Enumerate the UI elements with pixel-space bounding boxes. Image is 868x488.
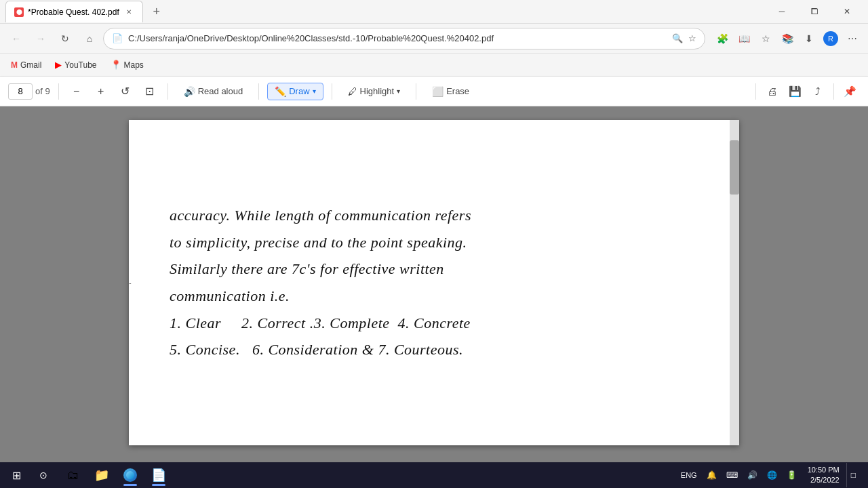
read-button[interactable]: 📖 [734,28,754,49]
taskbar-app-browser[interactable] [117,463,144,487]
taskbar-app-std10[interactable]: 🗂 [60,463,87,487]
profile-button[interactable]: R [821,28,841,49]
pdf-toolbar-right: 🖨 💾 ⤴ 📌 [753,81,860,102]
nav-bar: ← → ↻ ⌂ 📄 C:/Users/ranja/OneDrive/Deskto… [0,24,868,54]
maximize-button[interactable]: ⧠ [799,0,830,24]
bookmarks-bar: M Gmail ▶ YouTube 📍 Maps [0,54,868,77]
rotate-button[interactable]: ↺ [116,82,135,101]
extensions-button[interactable]: 🧩 [712,28,732,49]
favorites-button[interactable]: ☆ [755,28,776,49]
taskbar-time-display: 10:50 PM [808,465,840,475]
erase-label: Erase [446,86,469,96]
highlight-label: Highlight [360,86,395,96]
refresh-button[interactable]: ↻ [54,28,76,49]
taskbar-network-btn[interactable]: 🌐 [763,463,781,487]
forward-button[interactable]: → [30,28,52,49]
maps-label: Maps [124,60,144,70]
read-aloud-button[interactable]: 🔊 Read aloud [176,83,251,100]
show-desktop-button[interactable]: □ [846,463,860,487]
home-button[interactable]: ⌂ [79,28,100,49]
highlight-dropdown-icon[interactable]: ▾ [397,87,400,95]
taskbar-notification-btn[interactable]: 🔔 [703,463,721,487]
browser-tab[interactable]: ⬤ *Probable Quest. 402.pdf ✕ [5,1,143,22]
more-button[interactable]: ⋯ [842,28,863,49]
favorites-icon[interactable]: ☆ [688,33,696,43]
taskbar-battery-btn[interactable]: 🔋 [783,463,801,487]
pdf-text-content: accuracy. While length of communication … [129,188,739,377]
vertical-scrollbar[interactable] [730,120,739,445]
pdf-line-1: accuracy. While length of communication … [170,202,698,363]
separator-4 [332,83,332,100]
scrollbar-thumb[interactable] [730,140,739,195]
taskbar: ⊞ ⊙ 🗂 📁 📄 ENG 🔔 ⌨ 🔊 🌐 🔋 10:50 PM 2/5/202… [0,462,868,488]
separator-2 [167,83,168,100]
address-bar-icon: 📄 [112,33,123,43]
pin-button[interactable]: 📌 [840,81,860,102]
tab-close-button[interactable]: ✕ [123,7,134,18]
window-controls: ─ ⧠ ✕ [766,0,863,24]
collections-button[interactable]: 📚 [777,28,797,49]
search-icon: 🔍 [672,33,683,43]
separator-6 [755,83,756,100]
back-button[interactable]: ← [5,28,27,49]
print-button[interactable]: 🖨 [762,81,782,102]
maps-icon: 📍 [111,60,121,70]
taskbar-apps: 🗂 📁 📄 [60,463,172,487]
separator-3 [258,83,259,100]
pdf-toolbar: of 9 − + ↺ ⊡ 🔊 Read aloud ✏️ Draw ▾ 🖊 Hi… [0,77,868,106]
bookmark-youtube[interactable]: ▶ YouTube [50,58,102,72]
draw-dropdown-icon[interactable]: ▾ [313,87,316,95]
draw-button[interactable]: ✏️ Draw ▾ [267,83,323,100]
youtube-icon: ▶ [55,60,62,70]
page-nav-group: of 9 [8,83,50,100]
taskbar-system: ENG 🔔 ⌨ 🔊 🌐 🔋 10:50 PM 2/5/2022 □ [677,463,865,487]
bookmark-gmail[interactable]: M Gmail [5,58,47,72]
taskbar-app-pdf[interactable]: 📄 [145,463,172,487]
title-bar-left: ⬤ *Probable Quest. 402.pdf ✕ + [5,1,166,22]
youtube-label: YouTube [64,60,96,70]
save-button[interactable]: 💾 [785,81,805,102]
new-tab-button[interactable]: + [147,2,166,21]
page-total: of 9 [35,86,50,96]
taskbar-sound-btn[interactable]: 🔊 [743,463,762,487]
tab-favicon: ⬤ [14,7,24,17]
highlight-icon: 🖊 [348,86,357,97]
separator-1 [58,83,59,100]
erase-icon: ⬜ [432,86,443,97]
zoom-out-button[interactable]: − [67,82,86,101]
separator-5 [416,83,416,100]
read-aloud-icon: 🔊 [184,86,195,97]
taskbar-date-display: 2/5/2022 [810,475,840,485]
read-aloud-label: Read aloud [198,86,243,96]
gmail-label: Gmail [20,60,41,70]
pdf-page: - accuracy. While length of communicatio… [129,120,739,445]
address-bar[interactable]: 📄 C:/Users/ranja/OneDrive/Desktop/Online… [103,28,705,49]
draw-label: Draw [289,86,309,96]
erase-button[interactable]: ⬜ Erase [425,83,477,100]
title-bar: ⬤ *Probable Quest. 402.pdf ✕ + ─ ⧠ ✕ [0,0,868,24]
downloads-button[interactable]: ⬇ [799,28,819,49]
taskbar-app-folder[interactable]: 📁 [88,463,115,487]
minimize-button[interactable]: ─ [766,0,797,24]
page-number-input[interactable] [8,83,33,100]
left-edge-indicator: - [129,279,132,287]
taskbar-clock[interactable]: 10:50 PM 2/5/2022 [802,465,845,486]
taskbar-search-button[interactable]: ⊙ [31,463,56,487]
draw-icon: ✏️ [275,86,286,97]
pdf-content: - accuracy. While length of communicatio… [0,106,868,462]
taskbar-keyboard-btn[interactable]: ⌨ [722,463,742,487]
close-button[interactable]: ✕ [831,0,863,24]
share-button[interactable]: ⤴ [808,81,828,102]
fit-button[interactable]: ⊡ [140,82,159,101]
tab-title: *Probable Quest. 402.pdf [28,7,119,17]
start-button[interactable]: ⊞ [3,463,30,487]
separator-7 [833,83,834,100]
taskbar-language-btn[interactable]: ENG [677,463,701,487]
nav-right-icons: 🧩 📖 ☆ 📚 ⬇ R ⋯ [712,28,863,49]
zoom-in-button[interactable]: + [92,82,111,101]
highlight-button[interactable]: 🖊 Highlight ▾ [340,83,408,100]
bookmark-maps[interactable]: 📍 Maps [105,58,149,72]
gmail-icon: M [11,60,18,70]
address-text: C:/Users/ranja/OneDrive/Desktop/Online%2… [128,33,667,43]
